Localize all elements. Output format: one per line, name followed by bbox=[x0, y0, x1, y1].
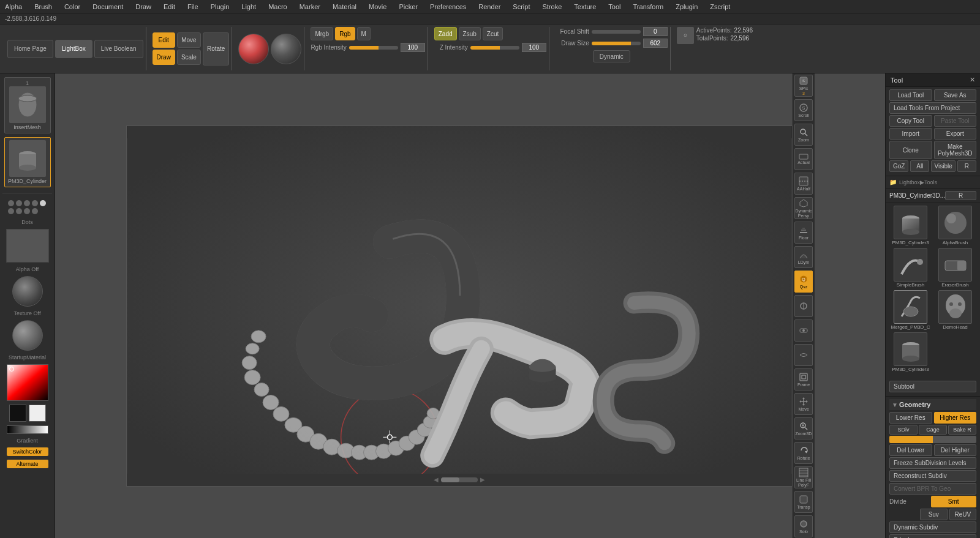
tool-merged-pm3d[interactable]: Merged_PM3D_C bbox=[889, 290, 932, 330]
menu-material[interactable]: Material bbox=[330, 2, 359, 12]
menu-render[interactable]: Render bbox=[476, 2, 503, 12]
menu-stroke[interactable]: Stroke bbox=[540, 2, 564, 12]
floor-btn[interactable]: Floor bbox=[794, 222, 813, 244]
focal-shift-slider[interactable] bbox=[592, 30, 641, 34]
zcut-btn[interactable]: Zcut bbox=[483, 27, 503, 40]
dynamic-persp-btn[interactable]: Dynamic Persp bbox=[794, 197, 813, 219]
lightbox-btn[interactable]: LightBox bbox=[55, 40, 92, 58]
menu-edit[interactable]: Edit bbox=[161, 2, 178, 12]
del-higher-btn[interactable]: Del Higher bbox=[934, 444, 977, 456]
material-sphere2[interactable] bbox=[271, 34, 301, 64]
solo-btn[interactable]: Solo bbox=[794, 515, 813, 537]
suv-btn[interactable]: Suv bbox=[920, 509, 948, 520]
rgb-intensity-slider[interactable] bbox=[349, 46, 398, 50]
load-tool-btn[interactable]: Load Tool bbox=[889, 89, 932, 101]
actual-btn[interactable]: Actual bbox=[794, 148, 813, 170]
all-btn[interactable]: All bbox=[910, 160, 929, 172]
zoom3d-btn[interactable]: Zoom3D bbox=[794, 417, 813, 439]
switch-color-btn[interactable]: SwitchColor bbox=[7, 447, 48, 456]
brush-dots[interactable] bbox=[7, 199, 48, 215]
frame-btn[interactable]: Frame bbox=[794, 368, 813, 390]
convert-bpr-btn[interactable]: Convert BPR To Geo bbox=[889, 483, 976, 495]
menu-color[interactable]: Color bbox=[62, 2, 83, 12]
export-btn[interactable]: Export bbox=[934, 128, 977, 140]
clone-btn[interactable]: Clone bbox=[889, 141, 932, 159]
scroll-btn[interactable]: S Scroll bbox=[794, 99, 813, 121]
icon-btn1[interactable] bbox=[794, 295, 813, 317]
material-left-sphere[interactable] bbox=[12, 320, 43, 351]
higher-res-btn[interactable]: Higher Res bbox=[934, 412, 977, 424]
menu-macro[interactable]: Macro bbox=[266, 2, 290, 12]
visible-btn[interactable]: Visible bbox=[931, 160, 955, 172]
lightbox-tools-label[interactable]: Lightbox▶Tools bbox=[899, 179, 937, 185]
smt-btn[interactable]: Smt bbox=[931, 496, 977, 507]
canvas-area[interactable]: ◀ ▶ bbox=[55, 73, 885, 538]
menu-file[interactable]: File bbox=[185, 2, 201, 12]
swatch-black[interactable] bbox=[9, 405, 26, 422]
rotate-btn[interactable]: Rotate bbox=[203, 32, 229, 65]
edit-btn[interactable]: Edit bbox=[153, 32, 175, 48]
current-tool-r-btn[interactable]: R bbox=[945, 191, 976, 200]
paste-tool-btn[interactable]: Paste Tool bbox=[934, 115, 977, 127]
menu-light[interactable]: Light bbox=[239, 2, 258, 12]
load-tools-from-project-btn[interactable]: Load Tools From Project bbox=[889, 102, 976, 114]
menu-tool[interactable]: Tool bbox=[606, 2, 623, 12]
alternate-btn[interactable]: Alternate bbox=[7, 460, 48, 468]
tool-alpha-brush[interactable]: AlphaBrush bbox=[934, 206, 976, 245]
save-as-btn[interactable]: Save As bbox=[934, 89, 977, 101]
ldym-btn[interactable]: LDym bbox=[794, 246, 813, 268]
menu-document[interactable]: Document bbox=[90, 2, 126, 12]
geometry-slider[interactable] bbox=[889, 436, 976, 443]
tool-pm3d-cyl3b[interactable]: PM3D_Cylinder3 bbox=[889, 332, 932, 372]
alpha-preview[interactable] bbox=[6, 229, 49, 263]
tool-simple-brush[interactable]: SimpleBrush bbox=[889, 248, 932, 288]
dynamic-btn[interactable]: Dynamic bbox=[593, 50, 630, 62]
color-picker[interactable] bbox=[7, 364, 48, 401]
menu-draw[interactable]: Draw bbox=[133, 2, 154, 12]
icon-btn2[interactable] bbox=[794, 319, 813, 342]
tool-eraser-brush[interactable]: EraserBrush bbox=[934, 248, 976, 288]
menu-transform[interactable]: Transform bbox=[631, 2, 666, 12]
transp-btn[interactable]: Transp bbox=[794, 491, 813, 513]
draw-btn[interactable]: Draw bbox=[153, 50, 175, 65]
menu-preferences[interactable]: Preferences bbox=[428, 2, 469, 12]
menu-marker[interactable]: Marker bbox=[297, 2, 323, 12]
menu-zplugin[interactable]: Zplugin bbox=[673, 2, 700, 12]
z-intensity-slider[interactable] bbox=[470, 46, 519, 50]
move-btn[interactable]: Move bbox=[177, 32, 201, 48]
rotate-3d-btn[interactable]: Rotate bbox=[794, 442, 813, 464]
qvz-btn[interactable]: Q Qvz bbox=[794, 271, 813, 293]
tool-pm3d-cylinder3[interactable]: PM3D_Cylinder3 bbox=[889, 206, 932, 245]
copy-tool-btn[interactable]: Copy Tool bbox=[889, 115, 932, 127]
material-sphere[interactable] bbox=[238, 34, 269, 64]
insert-mesh-item[interactable]: 1 InsertMesh bbox=[4, 77, 51, 133]
menu-plugin[interactable]: Plugin bbox=[208, 2, 232, 12]
import-btn[interactable]: Import bbox=[889, 128, 932, 140]
menu-texture[interactable]: Texture bbox=[571, 2, 598, 12]
make-polymesh3d-btn[interactable]: Make PolyMesh3D bbox=[934, 141, 977, 159]
tool-demo-head[interactable]: DemoHead bbox=[934, 290, 976, 330]
scale-btn[interactable]: Scale bbox=[177, 50, 201, 65]
reuv-btn[interactable]: ReUV bbox=[949, 509, 977, 520]
dynamic-subdiv-btn[interactable]: Dynamic Subdiv bbox=[889, 521, 976, 533]
move-3d-btn[interactable]: Move bbox=[794, 393, 813, 415]
menu-alpha[interactable]: Alpha bbox=[2, 2, 24, 12]
del-lower-btn[interactable]: Del Lower bbox=[889, 444, 932, 456]
freeze-subdiv-btn[interactable]: Freeze SubDivision Levels bbox=[889, 457, 976, 469]
linefill-btn[interactable]: Line Fill PolyF bbox=[794, 466, 813, 488]
viewport[interactable]: ◀ ▶ bbox=[126, 125, 793, 487]
live-boolean-btn[interactable]: Live Boolean bbox=[94, 40, 143, 58]
menu-script[interactable]: Script bbox=[510, 2, 532, 12]
goz-btn[interactable]: GoZ bbox=[889, 160, 908, 172]
m-btn[interactable]: M bbox=[357, 27, 371, 40]
zoom-btn[interactable]: Zoom bbox=[794, 124, 813, 146]
menu-brush[interactable]: Brush bbox=[32, 2, 55, 12]
lower-res-btn[interactable]: Lower Res bbox=[889, 412, 932, 424]
zadd-btn[interactable]: Zadd bbox=[434, 27, 457, 40]
pm3d-cylinder-item[interactable]: PM3D_Cylinder bbox=[4, 137, 51, 187]
gradient-bar[interactable] bbox=[7, 425, 48, 434]
mrgb-btn[interactable]: Mrgb bbox=[311, 27, 333, 40]
subtool-btn[interactable]: Subtool bbox=[889, 381, 976, 392]
r-btn[interactable]: R bbox=[957, 160, 976, 172]
icon-btn3[interactable] bbox=[794, 344, 813, 366]
